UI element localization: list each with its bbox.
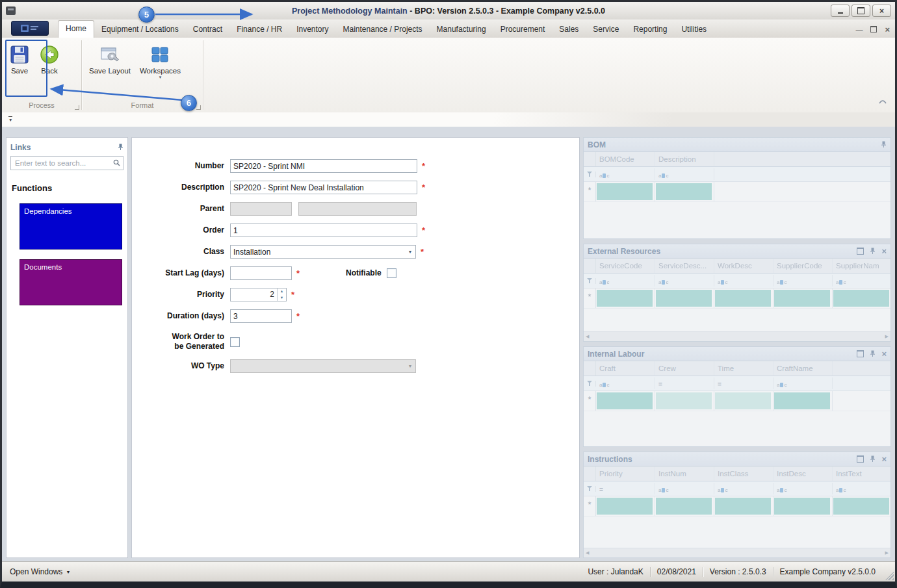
ribbon-tab-inventory[interactable]: Inventory: [289, 21, 335, 38]
instructions-column-header-3[interactable]: InstDesc: [774, 467, 833, 481]
filter-cell[interactable]: =: [714, 377, 774, 389]
new-row-cell[interactable]: [596, 391, 655, 411]
new-row-cell[interactable]: [714, 496, 774, 516]
order-input[interactable]: [230, 224, 417, 237]
new-row-cell[interactable]: [714, 391, 774, 411]
filter-cell[interactable]: ac: [596, 168, 655, 180]
filter-cell[interactable]: ac: [833, 275, 890, 287]
filter-cell[interactable]: ac: [714, 483, 774, 494]
ribbon-tab-procurement[interactable]: Procurement: [493, 21, 552, 38]
internal-labour-column-header-2[interactable]: Time: [714, 361, 774, 376]
maximize-icon[interactable]: [857, 455, 864, 463]
duration-input[interactable]: [230, 309, 292, 323]
mdi-minimize-icon[interactable]: —: [855, 26, 863, 33]
class-dropdown[interactable]: Installation ▼: [230, 245, 416, 259]
scroll-left-icon[interactable]: ◀: [586, 334, 589, 339]
resize-grip[interactable]: [885, 572, 894, 580]
format-dialog-launcher-icon[interactable]: [196, 105, 201, 110]
filter-cell[interactable]: ac: [655, 168, 714, 180]
start-lag-input[interactable]: [230, 266, 292, 280]
new-row-cell[interactable]: [655, 496, 714, 516]
filter-cell[interactable]: ac: [714, 275, 774, 287]
new-row-cell[interactable]: [774, 391, 833, 411]
new-row-cell[interactable]: [714, 288, 774, 308]
wo-generate-checkbox[interactable]: [230, 337, 240, 347]
ribbon-tab-finance-hr[interactable]: Finance / HR: [229, 21, 289, 38]
internal-labour-column-header-0[interactable]: Craft: [596, 361, 655, 376]
filter-cell[interactable]: ac: [774, 275, 833, 287]
bpo-menu-button[interactable]: [11, 21, 49, 36]
search-input[interactable]: [14, 159, 113, 168]
instructions-column-header-0[interactable]: Priority: [596, 467, 655, 481]
new-row-cell[interactable]: [596, 288, 655, 308]
back-button[interactable]: Back: [36, 42, 63, 77]
close-icon[interactable]: ×: [881, 350, 887, 358]
instructions-column-header-4[interactable]: InstText: [833, 467, 890, 481]
pin-icon[interactable]: [881, 141, 887, 148]
bom-column-header-0[interactable]: BOMCode: [596, 152, 655, 166]
new-row-cell[interactable]: [833, 496, 890, 516]
filter-cell[interactable]: ac: [596, 377, 655, 389]
filter-cell[interactable]: =: [596, 483, 655, 494]
pin-icon[interactable]: [870, 350, 876, 357]
external-resources-column-header-3[interactable]: SupplierCode: [774, 259, 833, 273]
number-input[interactable]: [230, 159, 417, 173]
filter-cell[interactable]: ac: [655, 275, 714, 287]
scroll-left-icon[interactable]: ◀: [586, 550, 589, 556]
open-windows-button[interactable]: Open Windows ▼: [10, 567, 70, 576]
new-row-cell[interactable]: [774, 288, 833, 308]
ribbon-tab-manufacturing[interactable]: Manufacturing: [430, 21, 493, 38]
scroll-right-icon[interactable]: ▶: [885, 334, 889, 339]
horizontal-scrollbar[interactable]: ◀▶: [584, 548, 890, 557]
maximize-icon[interactable]: [857, 248, 864, 255]
pin-icon[interactable]: [870, 455, 876, 463]
ribbon-tab-maintenance-projects[interactable]: Maintenance / Projects: [336, 21, 430, 38]
external-resources-column-header-0[interactable]: ServiceCode: [596, 259, 655, 273]
new-row-cell[interactable]: [833, 288, 890, 308]
search-icon[interactable]: [113, 157, 120, 169]
close-icon[interactable]: ×: [881, 455, 887, 463]
ribbon-tab-reporting[interactable]: Reporting: [626, 21, 674, 38]
toolbar-overflow-icon[interactable]: ▼: [8, 116, 12, 123]
bom-column-header-1[interactable]: Description: [655, 152, 714, 166]
ribbon-tab-contract[interactable]: Contract: [186, 21, 229, 38]
internal-labour-column-header-3[interactable]: CraftName: [774, 361, 833, 376]
mdi-restore-icon[interactable]: [870, 26, 877, 34]
filter-cell[interactable]: ac: [655, 483, 714, 494]
scroll-right-icon[interactable]: ▶: [885, 550, 889, 556]
function-button-documents[interactable]: Documents: [20, 259, 122, 305]
new-row-cell[interactable]: [655, 391, 714, 411]
filter-cell[interactable]: ac: [774, 377, 833, 389]
minimize-button[interactable]: [831, 5, 850, 17]
external-resources-column-header-1[interactable]: ServiceDesc...: [655, 259, 714, 273]
instructions-column-header-2[interactable]: InstClass: [714, 467, 774, 481]
filter-cell[interactable]: =: [655, 377, 714, 389]
new-row-cell[interactable]: [655, 182, 714, 201]
ribbon-tab-sales[interactable]: Sales: [552, 21, 586, 38]
workspaces-button[interactable]: Workspaces ▼: [136, 42, 184, 81]
spin-down-icon[interactable]: ▼: [278, 295, 286, 301]
external-resources-column-header-4[interactable]: SupplierNam: [833, 259, 890, 273]
ribbon-tab-equipment-locations[interactable]: Equipment / Locations: [94, 21, 186, 38]
close-button[interactable]: ×: [872, 5, 891, 17]
notifiable-checkbox[interactable]: [387, 268, 396, 278]
ribbon-tab-utilities[interactable]: Utilities: [674, 21, 714, 38]
pin-icon[interactable]: [870, 248, 876, 255]
maximize-icon[interactable]: [857, 350, 864, 357]
description-input[interactable]: [230, 181, 417, 194]
ribbon-tab-home[interactable]: Home: [58, 20, 94, 38]
ribbon-tab-service[interactable]: Service: [586, 21, 626, 38]
filter-cell[interactable]: ac: [774, 483, 833, 494]
function-button-dependancies[interactable]: Dependancies: [20, 203, 122, 249]
mdi-close-icon[interactable]: ×: [885, 25, 890, 34]
save-button[interactable]: Save: [6, 42, 33, 77]
horizontal-scrollbar[interactable]: ◀▶: [584, 331, 890, 341]
filter-cell[interactable]: ac: [833, 483, 890, 494]
instructions-column-header-1[interactable]: InstNum: [655, 467, 714, 481]
filter-cell[interactable]: ac: [596, 275, 655, 287]
maximize-button[interactable]: [852, 5, 870, 17]
save-layout-button[interactable]: Save Layout: [86, 42, 134, 77]
new-row-cell[interactable]: [655, 288, 714, 308]
process-dialog-launcher-icon[interactable]: [75, 105, 79, 110]
priority-spinner[interactable]: 2 ▲ ▼: [230, 288, 287, 301]
